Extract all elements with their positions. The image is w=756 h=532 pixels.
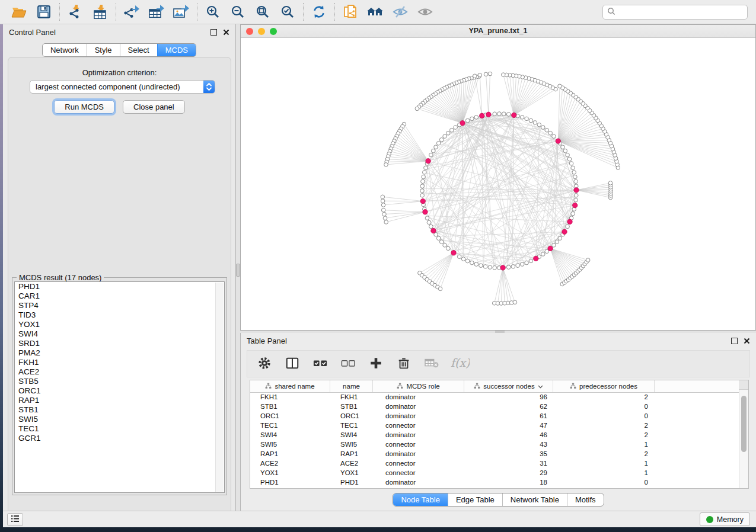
network-node[interactable] xyxy=(474,262,479,267)
network-node[interactable] xyxy=(454,126,458,130)
table-cell[interactable]: STB1 xyxy=(330,403,373,410)
network-leaf-node[interactable] xyxy=(384,220,388,225)
table-cell[interactable]: SWI5 xyxy=(250,441,330,448)
network-node[interactable] xyxy=(420,194,425,198)
network-node[interactable] xyxy=(439,240,444,244)
network-node[interactable] xyxy=(461,257,465,261)
table-cell[interactable]: 0 xyxy=(553,412,655,419)
network-node[interactable] xyxy=(537,123,541,127)
table-cell[interactable]: SWI4 xyxy=(330,431,373,438)
table-cell[interactable]: dominator xyxy=(373,403,464,410)
column-header-successor-nodes[interactable]: successor nodes xyxy=(464,380,553,392)
table-cell[interactable]: 43 xyxy=(464,441,553,448)
network-node[interactable] xyxy=(436,236,441,241)
table-row[interactable]: ORC1ORC1dominator610 xyxy=(250,411,739,421)
network-node[interactable] xyxy=(420,189,425,193)
refresh-view-button[interactable] xyxy=(308,2,330,22)
table-cell[interactable]: FKH1 xyxy=(330,393,373,400)
network-node[interactable] xyxy=(443,243,447,248)
mcds-result-list[interactable]: PHD1CAR1STP4TID3YOX1SWI4SRD1PMA2FKH1ACE2… xyxy=(14,281,225,493)
export-image-button[interactable] xyxy=(171,2,192,22)
network-hub-node[interactable] xyxy=(426,159,430,164)
network-leaf-node[interactable] xyxy=(381,195,385,199)
table-cell[interactable]: connector xyxy=(373,460,464,467)
float-panel-icon[interactable] xyxy=(731,338,738,344)
table-cell[interactable]: ORC1 xyxy=(330,412,373,419)
network-leaf-node[interactable] xyxy=(381,208,385,212)
network-node[interactable] xyxy=(566,225,570,229)
import-table-button[interactable] xyxy=(90,2,111,22)
network-node[interactable] xyxy=(575,194,579,198)
network-hub-node[interactable] xyxy=(573,203,578,207)
mcds-result-item[interactable]: SWI4 xyxy=(15,329,224,339)
network-hub-node[interactable] xyxy=(500,265,505,270)
table-cell[interactable]: dominator xyxy=(373,479,464,486)
table-row[interactable]: YOX1YOX1connector291 xyxy=(250,468,739,477)
mcds-result-item[interactable]: PMA2 xyxy=(15,348,224,358)
column-header-name[interactable]: name xyxy=(330,380,373,392)
table-row[interactable]: STB1STB1dominator620 xyxy=(250,402,739,411)
network-node[interactable] xyxy=(436,142,441,146)
network-node[interactable] xyxy=(434,145,438,149)
network-leaf-node[interactable] xyxy=(381,203,385,207)
table-cell[interactable]: dominator xyxy=(373,412,464,419)
network-node[interactable] xyxy=(470,117,474,121)
network-leaf-node[interactable] xyxy=(502,73,506,77)
table-cell[interactable]: FKH1 xyxy=(250,393,330,400)
table-cell[interactable]: TEC1 xyxy=(250,422,330,429)
table-options-gear-button[interactable] xyxy=(253,352,276,375)
mcds-result-item[interactable]: TEC1 xyxy=(15,424,224,434)
network-node[interactable] xyxy=(497,112,502,116)
table-cell[interactable]: connector xyxy=(373,469,464,476)
table-cell[interactable]: 1 xyxy=(553,460,655,467)
delete-column-button[interactable] xyxy=(393,352,415,375)
close-panel-icon[interactable] xyxy=(744,338,750,344)
network-leaf-node[interactable] xyxy=(415,107,419,111)
tab-select[interactable]: Select xyxy=(120,44,157,56)
table-cell[interactable]: 29 xyxy=(464,469,553,476)
network-node[interactable] xyxy=(450,128,454,132)
network-node[interactable] xyxy=(574,198,578,202)
network-node[interactable] xyxy=(488,265,492,270)
network-leaf-node[interactable] xyxy=(438,287,442,291)
network-node[interactable] xyxy=(443,134,447,139)
zoom-out-button[interactable] xyxy=(227,2,248,22)
memory-button[interactable]: Memory xyxy=(700,512,750,526)
mcds-result-item[interactable]: PHD1 xyxy=(15,282,224,291)
mcds-result-item[interactable]: YOX1 xyxy=(15,320,224,329)
network-node[interactable] xyxy=(474,116,479,120)
table-cell[interactable]: 35 xyxy=(464,450,553,457)
table-cell[interactable]: 96 xyxy=(464,393,553,400)
mcds-result-item[interactable]: ORC1 xyxy=(15,386,224,396)
table-cell[interactable]: 47 xyxy=(464,422,553,429)
network-hub-node[interactable] xyxy=(548,246,553,251)
network-node[interactable] xyxy=(479,264,483,268)
table-cell[interactable]: 2 xyxy=(553,422,655,429)
network-leaf-node[interactable] xyxy=(384,163,388,167)
network-leaf-node[interactable] xyxy=(478,73,482,77)
table-cell[interactable]: RAP1 xyxy=(250,450,330,457)
table-cell[interactable]: 0 xyxy=(553,403,655,410)
table-cell[interactable]: connector xyxy=(373,422,464,429)
table-cell[interactable]: PHD1 xyxy=(330,479,373,486)
mcds-result-item[interactable]: SWI5 xyxy=(15,415,224,424)
table-cell[interactable]: TEC1 xyxy=(330,422,373,429)
show-all-button[interactable] xyxy=(414,2,436,22)
network-hub-node[interactable] xyxy=(556,139,560,143)
splitter-grip[interactable] xyxy=(236,264,240,277)
network-node[interactable] xyxy=(533,121,537,125)
table-scrollbar-thumb[interactable] xyxy=(741,396,747,452)
network-node[interactable] xyxy=(446,246,451,251)
table-row[interactable]: RAP1RAP1dominator352 xyxy=(250,449,739,459)
mcds-result-item[interactable]: STP4 xyxy=(15,301,224,310)
vertical-splitter[interactable] xyxy=(236,24,240,511)
network-node[interactable] xyxy=(558,236,562,241)
network-hub-node[interactable] xyxy=(451,251,456,255)
network-node[interactable] xyxy=(573,175,578,179)
network-hub-node[interactable] xyxy=(562,229,567,234)
network-node[interactable] xyxy=(563,149,567,153)
mcds-result-item[interactable]: SRD1 xyxy=(15,339,224,348)
column-header-shared-name[interactable]: shared name xyxy=(250,380,330,392)
hide-selected-button[interactable] xyxy=(390,2,411,22)
network-node[interactable] xyxy=(421,180,425,184)
